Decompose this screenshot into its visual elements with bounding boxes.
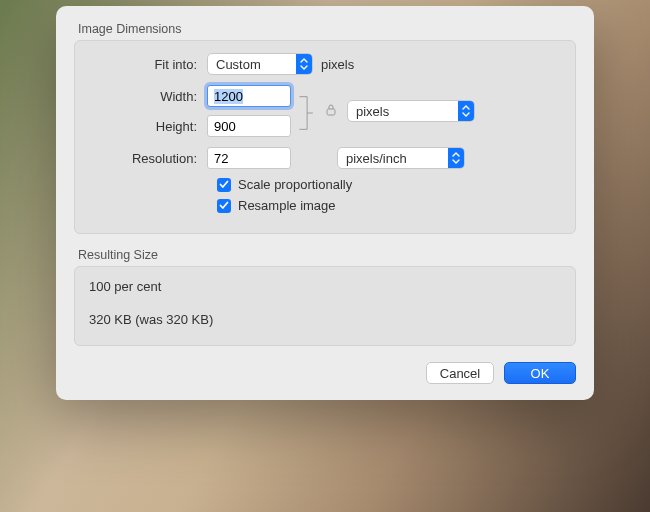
cancel-button[interactable]: Cancel — [426, 362, 494, 384]
image-dimensions-dialog: Image Dimensions Fit into: Custom pixels… — [56, 6, 594, 400]
resolution-unit-select[interactable]: pixels/inch — [337, 147, 465, 169]
checkmark-icon — [217, 178, 231, 192]
image-dimensions-panel: Fit into: Custom pixels Width: Height: — [74, 40, 576, 234]
fit-into-label: Fit into: — [89, 57, 207, 72]
width-label: Width: — [89, 89, 207, 104]
fit-into-value: Custom — [216, 57, 261, 72]
resample-image-label: Resample image — [238, 198, 336, 213]
result-size: 320 KB (was 320 KB) — [89, 312, 561, 327]
width-row: Width: — [89, 85, 291, 107]
options-area: Scale proportionally Resample image — [89, 177, 561, 213]
resolution-unit-value: pixels/inch — [346, 151, 407, 166]
resolution-input[interactable] — [207, 147, 291, 169]
chevron-up-down-icon — [296, 54, 312, 74]
fit-into-row: Fit into: Custom pixels — [89, 53, 561, 75]
height-input[interactable] — [207, 115, 291, 137]
resulting-size-panel: 100 per cent 320 KB (was 320 KB) — [74, 266, 576, 346]
ok-button[interactable]: OK — [504, 362, 576, 384]
lock-icon[interactable] — [325, 103, 337, 120]
chevron-up-down-icon — [448, 148, 464, 168]
image-dimensions-title: Image Dimensions — [74, 22, 576, 36]
scale-proportionally-checkbox[interactable]: Scale proportionally — [217, 177, 561, 192]
resulting-size-title: Resulting Size — [74, 248, 576, 262]
resolution-label: Resolution: — [89, 151, 207, 166]
height-label: Height: — [89, 119, 207, 134]
chevron-up-down-icon — [458, 101, 474, 121]
scale-proportionally-label: Scale proportionally — [238, 177, 352, 192]
resample-image-checkbox[interactable]: Resample image — [217, 198, 561, 213]
wh-unit-value: pixels — [356, 104, 389, 119]
width-input[interactable] — [207, 85, 291, 107]
dialog-buttons: Cancel OK — [74, 362, 576, 384]
result-percent: 100 per cent — [89, 279, 561, 294]
height-row: Height: — [89, 115, 291, 137]
fit-into-select[interactable]: Custom — [207, 53, 313, 75]
wh-unit-select[interactable]: pixels — [347, 100, 475, 122]
svg-rect-0 — [327, 109, 335, 115]
resolution-row: Resolution: pixels/inch — [89, 147, 561, 169]
checkmark-icon — [217, 199, 231, 213]
fit-into-unit: pixels — [321, 57, 354, 72]
